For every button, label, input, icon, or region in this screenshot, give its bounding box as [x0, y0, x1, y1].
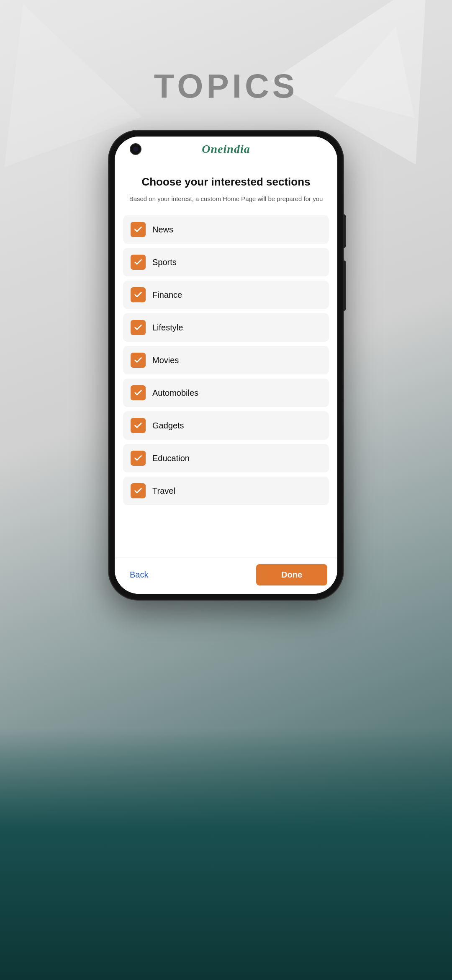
topic-label-news: News — [152, 225, 173, 235]
topic-label-gadgets: Gadgets — [152, 421, 184, 431]
topic-label-sports: Sports — [152, 258, 177, 267]
phone-mockup: Oneindia Choose your interested sections… — [109, 131, 343, 600]
topic-checkbox-finance — [131, 287, 146, 302]
phone-frame: Oneindia Choose your interested sections… — [109, 131, 343, 600]
camera-hole — [130, 143, 141, 155]
topic-checkbox-automobiles — [131, 385, 146, 400]
bottom-bar: Back Done — [115, 557, 337, 594]
topic-checkbox-lifestyle — [131, 320, 146, 335]
done-button[interactable]: Done — [256, 564, 327, 585]
section-title: Choose your interested sections — [126, 175, 326, 189]
topic-item-finance[interactable]: Finance — [123, 281, 329, 309]
topic-label-education: Education — [152, 454, 190, 463]
topic-item-education[interactable]: Education — [123, 444, 329, 472]
topics-list: NewsSportsFinanceLifestyleMoviesAutomobi… — [115, 212, 337, 513]
section-subtitle: Based on your interest, a custom Home Pa… — [126, 194, 326, 204]
topic-item-movies[interactable]: Movies — [123, 346, 329, 374]
topic-checkbox-gadgets — [131, 418, 146, 433]
topic-item-gadgets[interactable]: Gadgets — [123, 411, 329, 440]
topic-item-lifestyle[interactable]: Lifestyle — [123, 313, 329, 342]
phone-screen: Oneindia Choose your interested sections… — [115, 137, 337, 594]
topic-item-automobiles[interactable]: Automobiles — [123, 379, 329, 407]
content-header: Choose your interested sections Based on… — [115, 162, 337, 212]
screen-content[interactable]: Choose your interested sections Based on… — [115, 162, 337, 557]
topic-label-movies: Movies — [152, 356, 179, 365]
topic-checkbox-education — [131, 451, 146, 466]
topic-item-travel[interactable]: Travel — [123, 477, 329, 505]
topic-checkbox-news — [131, 222, 146, 237]
topic-checkbox-sports — [131, 255, 146, 270]
topic-label-automobiles: Automobiles — [152, 388, 198, 398]
back-button[interactable]: Back — [125, 567, 153, 583]
status-bar: Oneindia — [115, 137, 337, 162]
topic-label-travel: Travel — [152, 486, 175, 496]
topic-item-news[interactable]: News — [123, 215, 329, 244]
topic-item-sports[interactable]: Sports — [123, 248, 329, 276]
topic-label-lifestyle: Lifestyle — [152, 323, 183, 333]
topic-label-finance: Finance — [152, 290, 182, 300]
topic-checkbox-travel — [131, 483, 146, 498]
app-logo: Oneindia — [202, 142, 250, 156]
topic-checkbox-movies — [131, 353, 146, 368]
page-title: TOPICS — [154, 67, 298, 106]
